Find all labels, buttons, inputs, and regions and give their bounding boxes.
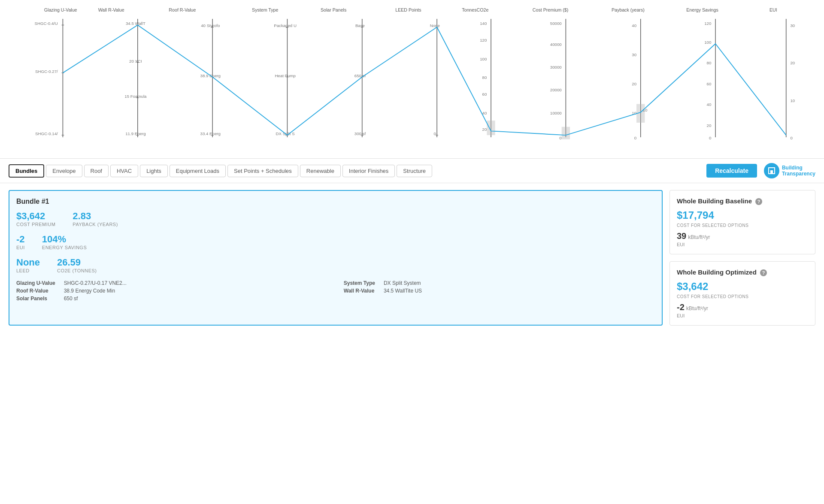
svg-text:TonnesCO2e: TonnesCO2e bbox=[462, 7, 488, 12]
detail-key-glazing: Glazing U-Value bbox=[16, 280, 55, 286]
optimized-eui: -2 kBtu/ft²/yr bbox=[677, 302, 808, 312]
cost-premium-value: $3,642 bbox=[16, 211, 55, 222]
svg-text:100: 100 bbox=[704, 40, 711, 45]
svg-text:0: 0 bbox=[709, 136, 711, 140]
optimized-eui-label: EUI bbox=[677, 313, 808, 318]
side-panels: Whole Building Baseline ? $17,794 COST F… bbox=[670, 190, 815, 326]
baseline-eui-label: EUI bbox=[677, 242, 808, 247]
svg-rect-61 bbox=[487, 121, 495, 135]
svg-text:60: 60 bbox=[482, 92, 487, 97]
baseline-panel: Whole Building Baseline ? $17,794 COST F… bbox=[670, 190, 815, 254]
leed-metric: None LEED bbox=[16, 257, 40, 273]
baseline-cost: $17,794 bbox=[677, 209, 808, 221]
navigation-tabs: Bundles Envelope Roof HVAC Lights Equipm… bbox=[0, 159, 824, 183]
data-polyline bbox=[63, 25, 786, 135]
svg-text:SHGC-0.14/: SHGC-0.14/ bbox=[35, 131, 58, 136]
svg-text:50000: 50000 bbox=[550, 21, 562, 26]
svg-text:System Type: System Type bbox=[252, 7, 278, 12]
svg-text:EUI: EUI bbox=[769, 7, 777, 12]
svg-text:60: 60 bbox=[707, 81, 712, 86]
optimized-panel: Whole Building Optimized ? $3,642 COST F… bbox=[670, 261, 815, 326]
tab-bundles[interactable]: Bundles bbox=[9, 164, 44, 178]
energy-savings-metric: 104% Energy Savings bbox=[42, 234, 87, 250]
detail-val-glazing: SHGC-0.27/U-0.17 VNE2... bbox=[64, 280, 335, 286]
bundle-card: Bundle #1 $3,642 COST PREMIUM 2.83 Payba… bbox=[9, 190, 663, 326]
detail-key-system: System Type bbox=[344, 280, 375, 286]
svg-text:Packaged U: Packaged U bbox=[274, 23, 297, 28]
main-content: Bundle #1 $3,642 COST PREMIUM 2.83 Payba… bbox=[0, 183, 824, 332]
detail-val-roof: 38.9 Energy Code Min bbox=[64, 288, 335, 294]
svg-text:30: 30 bbox=[632, 52, 636, 57]
baseline-info-icon[interactable]: ? bbox=[755, 198, 762, 205]
svg-text:120: 120 bbox=[704, 21, 711, 26]
detail-key-wall: Wall R-Value bbox=[344, 288, 375, 294]
detail-val-wall: 34.5 WallTite US bbox=[384, 288, 655, 294]
tab-lights[interactable]: Lights bbox=[140, 165, 168, 177]
optimized-cost: $3,642 bbox=[677, 281, 808, 293]
svg-text:Roof R-Value: Roof R-Value bbox=[169, 7, 196, 12]
svg-text:34.5 WallT: 34.5 WallT bbox=[126, 21, 145, 26]
svg-text:0: 0 bbox=[434, 131, 436, 136]
svg-text:11.9 Energ: 11.9 Energ bbox=[125, 131, 145, 136]
svg-text:Cost Premium ($): Cost Premium ($) bbox=[533, 7, 568, 12]
svg-rect-69 bbox=[562, 127, 570, 139]
svg-text:10: 10 bbox=[790, 98, 795, 103]
svg-text:20 XCI: 20 XCI bbox=[129, 59, 142, 63]
bundle-metrics-2: -2 EUI 104% Energy Savings bbox=[16, 234, 655, 250]
svg-text:80: 80 bbox=[707, 60, 712, 65]
bundle-metrics-3: None LEED 26.59 CO2e (Tonnes) bbox=[16, 257, 655, 273]
svg-text:40: 40 bbox=[632, 23, 636, 28]
payback-metric: 2.83 Payback (years) bbox=[73, 211, 118, 227]
svg-text:Heat Pump: Heat Pump bbox=[275, 73, 295, 78]
tab-envelope[interactable]: Envelope bbox=[46, 165, 82, 177]
svg-text:SHGC-0.27/: SHGC-0.27/ bbox=[35, 69, 58, 74]
svg-text:40 Styrofo: 40 Styrofo bbox=[201, 23, 220, 28]
co2e-label: CO2e (Tonnes) bbox=[57, 268, 97, 273]
leed-value: None bbox=[16, 257, 40, 268]
optimized-title: Whole Building Optimized ? bbox=[677, 269, 808, 276]
svg-text:20000: 20000 bbox=[550, 88, 562, 92]
baseline-title: Whole Building Baseline ? bbox=[677, 197, 808, 205]
co2e-metric: 26.59 CO2e (Tonnes) bbox=[57, 257, 97, 273]
detail-val-empty bbox=[384, 296, 655, 302]
building-logo-icon bbox=[764, 163, 779, 178]
eui-metric: -2 EUI bbox=[16, 234, 25, 250]
svg-text:Energy Savings: Energy Savings bbox=[686, 7, 718, 12]
baseline-cost-label: COST FOR SELECTED OPTIONS bbox=[677, 223, 808, 228]
svg-text:Glazing U-Value: Glazing U-Value bbox=[44, 7, 77, 12]
svg-text:20: 20 bbox=[790, 60, 795, 65]
eui-value: -2 bbox=[16, 234, 25, 245]
tab-renewable[interactable]: Renewable bbox=[300, 165, 341, 177]
bundle-metrics: $3,642 COST PREMIUM 2.83 Payback (years) bbox=[16, 211, 655, 227]
svg-text:100: 100 bbox=[480, 57, 487, 61]
energy-savings-value: 104% bbox=[42, 234, 87, 245]
svg-text:10000: 10000 bbox=[550, 111, 562, 115]
tab-roof[interactable]: Roof bbox=[84, 165, 109, 177]
eui-label: EUI bbox=[16, 245, 25, 250]
svg-text:0: 0 bbox=[634, 136, 636, 140]
chart-svg: Glazing U-Value Wall R-Value Roof R-Valu… bbox=[9, 4, 815, 150]
optimized-cost-label: COST FOR SELECTED OPTIONS bbox=[677, 294, 808, 299]
svg-text:40000: 40000 bbox=[550, 42, 562, 47]
svg-text:300 sf: 300 sf bbox=[354, 131, 366, 136]
bundle-details: Glazing U-Value SHGC-0.27/U-0.17 VNE2...… bbox=[16, 280, 655, 302]
svg-text:20: 20 bbox=[482, 127, 487, 132]
svg-text:30: 30 bbox=[790, 23, 795, 28]
parallel-coordinates-chart: Glazing U-Value Wall R-Value Roof R-Valu… bbox=[0, 0, 824, 159]
cost-premium-metric: $3,642 COST PREMIUM bbox=[16, 211, 55, 227]
svg-text:Solar Panels: Solar Panels bbox=[321, 7, 346, 12]
svg-text:LEED Points: LEED Points bbox=[395, 7, 421, 12]
detail-val-solar: 650 sf bbox=[64, 296, 335, 302]
tab-hvac[interactable]: HVAC bbox=[110, 165, 138, 177]
svg-text:140: 140 bbox=[480, 21, 487, 26]
tab-interior[interactable]: Interior Finishes bbox=[342, 165, 395, 177]
optimized-info-icon[interactable]: ? bbox=[760, 269, 767, 276]
recalculate-button[interactable]: Recalculate bbox=[706, 164, 757, 178]
tab-structure[interactable]: Structure bbox=[397, 165, 432, 177]
svg-text:Payback (years): Payback (years) bbox=[612, 7, 645, 12]
svg-text:0: 0 bbox=[559, 136, 561, 140]
svg-text:20: 20 bbox=[632, 81, 636, 86]
tab-setpoints[interactable]: Set Points + Schedules bbox=[227, 165, 298, 177]
energy-savings-label: Energy Savings bbox=[42, 245, 87, 250]
tab-equipment[interactable]: Equipment Loads bbox=[170, 165, 226, 177]
